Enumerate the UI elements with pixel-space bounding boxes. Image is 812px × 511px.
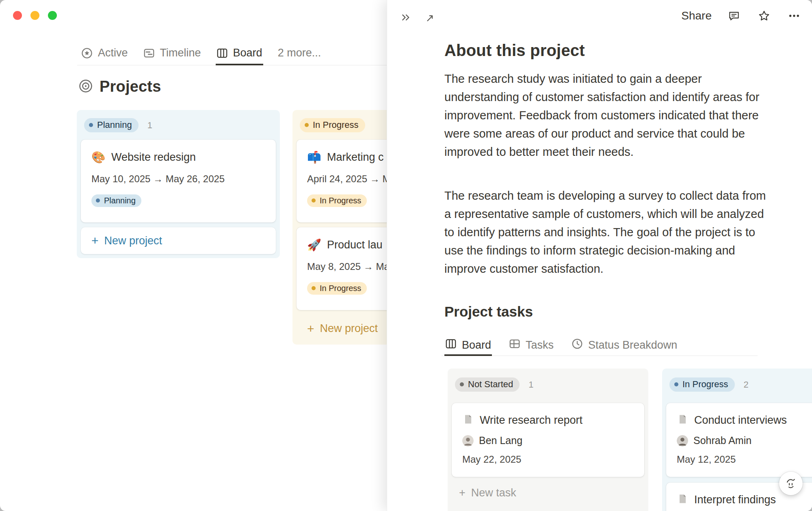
new-task-button[interactable]: + New task: [452, 483, 644, 503]
board-column-planning: Planning 1 🎨 Website redesign May 10, 20…: [77, 110, 280, 258]
project-card-dates: May 10, 2025 → May 26, 2025: [91, 173, 265, 185]
task-column-not-started: Not Started 1 Write research report: [448, 369, 648, 511]
side-peek-panel: Share About this project The research st…: [387, 0, 812, 511]
status-label: Not Started: [468, 379, 513, 389]
status-dot-icon: [89, 123, 93, 127]
timeline-icon: [143, 47, 155, 59]
task-card-title: Interpret findings: [694, 494, 776, 506]
tab-label: Timeline: [160, 47, 201, 59]
board-icon: [445, 338, 457, 352]
page-icon: [677, 493, 688, 506]
project-status-tag: In Progress: [307, 194, 367, 207]
avatar: [462, 435, 474, 446]
status-pill[interactable]: Not Started: [455, 377, 520, 392]
project-status-tag: Planning: [91, 194, 141, 207]
status-dot-icon: [312, 198, 316, 203]
tab-board-view[interactable]: Board: [216, 41, 263, 65]
star-icon: [758, 9, 771, 22]
status-dot-icon: [312, 286, 316, 290]
more-options-button[interactable]: [786, 8, 802, 24]
assignee-row: Ben Lang: [462, 435, 634, 446]
tab-more-views[interactable]: 2 more...: [277, 41, 322, 65]
tab-task-table[interactable]: Tasks: [508, 334, 554, 356]
minimize-window-button[interactable]: [30, 11, 39, 20]
tab-task-board[interactable]: Board: [444, 334, 492, 356]
plus-icon: +: [459, 487, 466, 499]
assignee-row: Sohrab Amin: [677, 435, 812, 446]
target-icon: [79, 79, 93, 95]
tab-label: Board: [233, 47, 262, 59]
project-card-title: Website redesign: [111, 151, 196, 164]
database-title-row: Projects: [79, 78, 161, 95]
status-dot-icon: [460, 382, 464, 386]
column-count: 2: [744, 379, 749, 390]
column-header: Not Started 1: [452, 373, 644, 403]
column-count: 1: [147, 120, 152, 131]
double-chevron-right-icon: [400, 11, 412, 24]
zoom-window-button[interactable]: [48, 11, 57, 20]
task-view-tabs: Board Tasks Status Break: [444, 334, 678, 356]
page-icon: [462, 414, 474, 427]
tab-label: Status Breakdown: [588, 339, 677, 351]
comment-icon: [728, 9, 741, 22]
task-due-date: May 12, 2025: [677, 454, 812, 465]
tab-status-breakdown[interactable]: Status Breakdown: [571, 334, 678, 356]
status-label: Planning: [97, 120, 132, 130]
status-pill[interactable]: Planning: [84, 118, 139, 132]
rocket-emoji-icon: 🚀: [307, 239, 321, 251]
tab-timeline-view[interactable]: Timeline: [143, 41, 202, 65]
tab-label: Tasks: [526, 339, 554, 351]
status-pill[interactable]: In Progress: [300, 118, 365, 132]
tab-label: Active: [98, 47, 128, 59]
status-label: In Progress: [313, 120, 359, 130]
share-button[interactable]: Share: [681, 9, 712, 22]
star-circle-icon: [81, 47, 93, 59]
comments-button[interactable]: [726, 8, 742, 24]
project-card-title: Marketing c: [327, 151, 384, 164]
page-title[interactable]: Projects: [100, 78, 161, 95]
project-card[interactable]: 🎨 Website redesign May 10, 2025 → May 26…: [81, 140, 276, 222]
task-card[interactable]: Conduct interviews Sohrab Amin May 12, 2…: [666, 403, 812, 477]
peek-toolbar-right: Share: [681, 8, 802, 24]
close-peek-button[interactable]: [398, 10, 414, 25]
status-pill[interactable]: In Progress: [669, 377, 735, 392]
project-status-tag: In Progress: [307, 282, 367, 295]
task-card[interactable]: Write research report Ben Lang May 22, 2…: [452, 403, 644, 477]
palette-emoji-icon: 🎨: [91, 152, 105, 163]
status-label: In Progress: [682, 379, 728, 389]
table-icon: [509, 338, 520, 352]
window-controls: [13, 11, 57, 20]
about-paragraph: The research team is developing a survey…: [444, 187, 766, 278]
plus-icon: +: [91, 235, 99, 247]
task-tabs-divider: [442, 356, 758, 356]
column-header: Planning 1: [81, 114, 276, 140]
close-window-button[interactable]: [13, 11, 22, 20]
mailbox-emoji-icon: 📫: [307, 152, 321, 163]
page-icon: [677, 414, 688, 427]
assignee-name: Ben Lang: [479, 435, 522, 446]
column-header: In Progress 2: [666, 373, 812, 403]
status-dot-icon: [305, 123, 309, 127]
status-dot-icon: [96, 198, 100, 203]
status-dot-icon: [674, 382, 678, 386]
board-icon: [217, 47, 228, 59]
ellipsis-icon: [788, 9, 801, 22]
favorite-button[interactable]: [756, 8, 772, 24]
notion-ai-button[interactable]: [779, 472, 803, 495]
task-card-title: Conduct interviews: [694, 414, 787, 427]
task-card-title: Write research report: [480, 414, 582, 427]
new-project-button[interactable]: + New project: [81, 227, 276, 254]
project-tasks-heading: Project tasks: [444, 304, 533, 320]
tab-active-view[interactable]: Active: [80, 41, 129, 65]
expand-diagonal-icon: [423, 12, 435, 23]
about-heading: About this project: [444, 41, 585, 60]
project-card-title: Product lau: [327, 239, 383, 251]
task-due-date: May 22, 2025: [462, 454, 634, 465]
column-count: 1: [528, 379, 533, 390]
expand-page-button[interactable]: [421, 10, 437, 25]
tab-label: 2 more...: [278, 47, 321, 59]
avatar: [677, 435, 688, 446]
ai-face-icon: [784, 477, 797, 490]
about-paragraph: The research study was initiated to gain…: [444, 70, 766, 161]
view-tabs: Active Timeline Board 2 more...: [80, 41, 322, 65]
